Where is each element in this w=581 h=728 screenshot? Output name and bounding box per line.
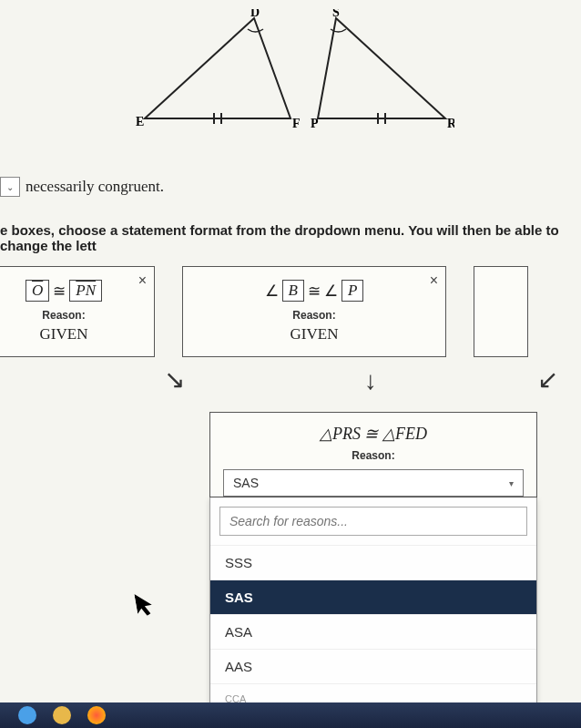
statement-2: ∠ B ≅ ∠ P <box>196 276 433 307</box>
close-icon[interactable]: × <box>138 272 147 289</box>
reason-select[interactable]: SAS ▾ <box>223 469 524 497</box>
svg-text:E: E <box>136 115 144 128</box>
angle-symbol: ∠ <box>324 282 338 301</box>
givens-row: × O ≅ PN Reason: GIVEN × ∠ B ≅ ∠ P Reaso… <box>0 266 581 357</box>
sentence-dropdown[interactable]: ⌄ <box>0 177 20 197</box>
triangles-diagram: E D F P S R <box>0 0 581 168</box>
conclusion-reason-label: Reason: <box>223 449 524 462</box>
caret-down-icon: ▾ <box>509 478 514 488</box>
option-sss[interactable]: SSS <box>210 545 536 579</box>
svg-text:R: R <box>447 117 454 130</box>
svg-text:D: D <box>250 9 260 19</box>
svg-marker-6 <box>318 18 445 118</box>
given-card-1: × O ≅ PN Reason: GIVEN <box>0 266 155 357</box>
chevron-down-icon: ⌄ <box>6 182 14 192</box>
congruent-symbol: ≅ <box>53 282 66 301</box>
angle-rhs[interactable]: P <box>341 280 363 302</box>
svg-text:S: S <box>332 9 340 19</box>
option-sas[interactable]: SAS <box>210 579 536 614</box>
cursor-icon <box>134 591 157 623</box>
option-aas[interactable]: AAS <box>210 649 536 683</box>
congruent-symbol: ≅ <box>308 282 321 301</box>
statement-1: O ≅ PN <box>0 276 141 307</box>
sentence-text: necessarily congruent. <box>25 178 164 196</box>
arrow-down-left-icon: ↙ <box>537 364 558 395</box>
reason-label-1: Reason: <box>0 309 141 322</box>
selected-reason: SAS <box>233 476 259 490</box>
given-card-2: × ∠ B ≅ ∠ P Reason: GIVEN <box>182 266 446 357</box>
given-card-3 <box>474 266 528 357</box>
segment-lhs[interactable]: O <box>25 280 49 302</box>
close-icon[interactable]: × <box>430 272 438 289</box>
triangle-svg: E D F P S R <box>127 9 454 146</box>
svg-text:F: F <box>292 117 301 130</box>
search-input[interactable] <box>219 507 527 536</box>
sentence-row: ⌄ necessarily congruent. <box>0 168 581 206</box>
taskbar-icon[interactable] <box>87 706 106 724</box>
option-asa[interactable]: ASA <box>210 614 536 649</box>
taskbar-icon[interactable] <box>53 706 71 724</box>
reason-dropdown-panel: SSS SAS ASA AAS CCA <box>209 497 537 707</box>
taskbar <box>0 702 581 728</box>
taskbar-icon[interactable] <box>18 706 36 724</box>
conclusion-block: △PRS ≅ △FED Reason: SAS ▾ SSS SAS ASA AA… <box>209 412 537 707</box>
reason-value-2: GIVEN <box>196 325 433 343</box>
svg-marker-0 <box>145 18 290 118</box>
reason-label-2: Reason: <box>196 309 433 322</box>
svg-text:P: P <box>311 117 319 130</box>
arrow-down-icon: ↓ <box>364 366 377 395</box>
svg-marker-12 <box>134 591 153 618</box>
instruction-text: e boxes, choose a statement format from … <box>0 206 581 266</box>
flow-arrows: ↘ ↓ ↙ <box>0 357 581 412</box>
angle-lhs[interactable]: B <box>282 280 304 302</box>
reason-value-1: GIVEN <box>0 325 141 343</box>
segment-rhs[interactable]: PN <box>69 280 102 302</box>
arrow-down-right-icon: ↘ <box>164 364 185 395</box>
conclusion-card: △PRS ≅ △FED Reason: SAS ▾ <box>209 412 537 497</box>
conclusion-statement: △PRS ≅ △FED <box>223 424 524 447</box>
angle-symbol: ∠ <box>265 282 279 301</box>
